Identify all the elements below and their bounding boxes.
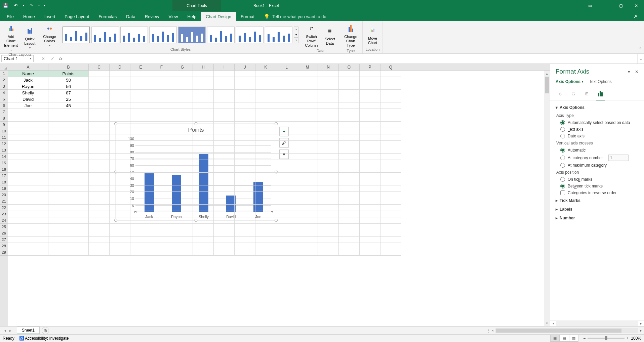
maximize-icon[interactable]: ▢ [613, 0, 629, 11]
row-header[interactable]: 14 [0, 154, 8, 160]
col-header[interactable]: Q [380, 64, 401, 70]
chart-styles-scroll[interactable]: ▴▾▾ [294, 27, 298, 43]
table-header-cell[interactable]: Points [48, 71, 89, 77]
radio-between-tick-marks[interactable] [560, 184, 565, 188]
row-header[interactable]: 23 [0, 211, 8, 217]
effects-icon[interactable]: ⬠ [569, 89, 578, 98]
col-header[interactable]: G [172, 64, 193, 70]
checkbox-reverse-order[interactable] [560, 190, 565, 195]
row-header[interactable]: 4 [0, 90, 8, 96]
move-chart-button[interactable]: 📊 Move Chart [365, 24, 381, 46]
page-layout-view-icon[interactable]: ▤ [560, 335, 569, 342]
pane-tab-axis-options[interactable]: Axis Options ▾ [556, 79, 583, 84]
sheet-tab[interactable]: Sheet1 [17, 327, 40, 334]
row-header[interactable]: 12 [0, 141, 8, 147]
chart-style-4[interactable] [149, 27, 177, 43]
row-header[interactable]: 27 [0, 237, 8, 243]
row-header[interactable]: 29 [0, 249, 8, 256]
undo-icon[interactable]: ↶ [11, 1, 20, 10]
redo-dropdown-icon[interactable]: ▾ [37, 1, 41, 10]
col-header[interactable]: N [318, 64, 339, 70]
select-data-button[interactable]: ▦ Select Data [322, 25, 338, 46]
row-header[interactable]: 17 [0, 173, 8, 179]
close-icon[interactable]: ✕ [629, 0, 644, 11]
tab-format[interactable]: Format [236, 12, 259, 21]
formula-expand-icon[interactable]: ⌄ [637, 54, 644, 63]
tell-me-search[interactable]: 💡 Tell me what you want to do [259, 12, 331, 21]
change-chart-type-button[interactable]: Change Chart Type [342, 23, 360, 49]
fill-line-icon[interactable]: ◇ [556, 89, 564, 98]
row-header[interactable]: 16 [0, 166, 8, 173]
row-header[interactable]: 7 [0, 109, 8, 115]
cancel-formula-icon[interactable]: ✕ [38, 56, 48, 61]
chart-style-1[interactable] [63, 27, 90, 43]
row-header[interactable]: 11 [0, 134, 8, 141]
pane-horizontal-scrollbar[interactable]: ◂▸ [550, 320, 644, 326]
chart-style-7[interactable] [236, 27, 264, 43]
table-cell[interactable]: 58 [48, 77, 89, 83]
add-sheet-button[interactable]: ⊕ [42, 327, 49, 334]
tab-chart-design[interactable]: Chart Design [201, 12, 236, 21]
horizontal-scrollbar[interactable]: ◂▸ [489, 328, 644, 333]
vertical-scrollbar[interactable]: ▴ ▾ [544, 71, 550, 326]
zoom-out-icon[interactable]: − [583, 336, 586, 341]
row-header[interactable]: 1 [0, 71, 8, 77]
table-cell[interactable]: Jack [8, 77, 48, 83]
add-chart-element-button[interactable]: Add Chart Element ▾ [2, 23, 19, 52]
tab-insert[interactable]: Insert [40, 12, 60, 21]
quick-layout-button[interactable]: Quick Layout ▾ [22, 25, 38, 50]
category-number-field[interactable] [608, 155, 629, 161]
radio-on-tick-marks[interactable] [560, 177, 565, 182]
formula-input[interactable] [65, 58, 637, 59]
chart-style-5[interactable] [178, 27, 206, 43]
table-header-cell[interactable]: Name [8, 71, 48, 77]
share-button[interactable]: ↗ [627, 12, 644, 21]
tab-view[interactable]: View [164, 12, 183, 21]
chart-styles-gallery[interactable]: ▴▾▾ [62, 26, 299, 44]
row-header[interactable]: 28 [0, 243, 8, 249]
redo-icon[interactable]: ↷ [27, 1, 36, 10]
table-cell[interactable]: 45 [48, 102, 89, 109]
row-header[interactable]: 18 [0, 179, 8, 185]
col-header[interactable]: I [214, 64, 235, 70]
section-axis-options[interactable]: ▾Axis Options [556, 103, 639, 112]
tab-review[interactable]: Review [140, 12, 164, 21]
tab-page-layout[interactable]: Page Layout [60, 12, 94, 21]
undo-dropdown-icon[interactable]: ▾ [22, 1, 26, 10]
size-properties-icon[interactable]: ⊞ [582, 89, 591, 98]
row-header[interactable]: 6 [0, 102, 8, 109]
row-header[interactable]: 3 [0, 83, 8, 90]
row-header[interactable]: 24 [0, 217, 8, 224]
table-cell[interactable]: David [8, 96, 48, 102]
chart-style-8[interactable] [265, 27, 292, 43]
row-header[interactable]: 20 [0, 192, 8, 198]
row-header[interactable]: 21 [0, 198, 8, 205]
axis-options-icon[interactable] [596, 89, 605, 98]
chart-style-2[interactable] [91, 27, 119, 43]
tab-home[interactable]: Home [18, 12, 40, 21]
pane-close-icon[interactable]: ✕ [635, 69, 639, 74]
row-header[interactable]: 26 [0, 230, 8, 237]
radio-auto-select[interactable] [560, 120, 565, 125]
zoom-slider[interactable] [588, 338, 625, 339]
section-labels[interactable]: ▸Labels [556, 205, 639, 214]
save-icon[interactable]: 💾 [1, 1, 10, 10]
ribbon-display-icon[interactable]: ▭ [582, 0, 598, 11]
col-header[interactable]: H [193, 64, 214, 70]
col-header[interactable]: E [130, 64, 151, 70]
spreadsheet-grid[interactable]: A B C D E F G H I J K L M N O P Q 123456… [0, 64, 550, 326]
section-tick-marks[interactable]: ▸Tick Marks [556, 196, 639, 205]
row-header[interactable]: 2 [0, 77, 8, 83]
chart-style-6[interactable] [207, 27, 235, 43]
chart-style-3[interactable] [120, 27, 148, 43]
row-header[interactable]: 5 [0, 96, 8, 102]
col-header[interactable]: L [276, 64, 297, 70]
sheet-nav-first-icon[interactable]: ◂ [3, 328, 7, 333]
table-cell[interactable]: 56 [48, 83, 89, 90]
accessibility-status[interactable]: ♿ Accessibility: Investigate [19, 336, 69, 341]
col-header[interactable]: D [110, 64, 130, 70]
radio-text-axis[interactable] [560, 127, 565, 132]
switch-row-column-button[interactable]: ⇄ Switch Row/ Column [303, 23, 320, 49]
row-header[interactable]: 19 [0, 185, 8, 192]
row-header[interactable]: 10 [0, 128, 8, 134]
